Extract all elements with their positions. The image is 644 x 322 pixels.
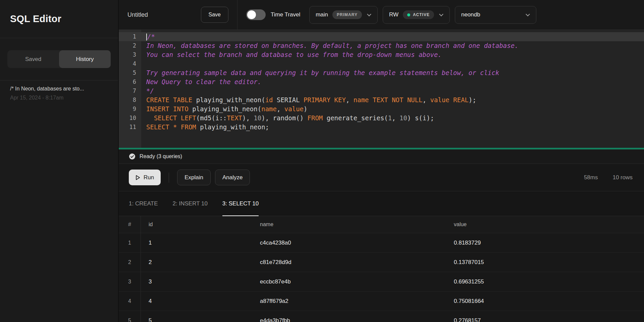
table-cell: e4da3b7fbb (252, 311, 446, 322)
table-row: 44a87ff679a20.75081664 (119, 291, 644, 311)
top-bar: Untitled Save Time Travel main PRIMARY R… (119, 0, 644, 30)
code-segment-kw: LEFT (181, 114, 196, 122)
result-tab[interactable]: 2: INSERT 10 (173, 191, 208, 216)
editor-lines: 1/*2In Neon, databases are stored on bra… (119, 32, 644, 132)
editor-line[interactable]: 2In Neon, databases are stored on branch… (119, 41, 644, 50)
history-list: /* In Neon, databases are sto...Apr 15, … (0, 80, 118, 106)
code-segment-kw: * (173, 123, 177, 131)
table-cell: 2 (119, 253, 141, 272)
editor-line[interactable]: 8CREATE TABLE playing_with_neon(id SERIA… (119, 95, 644, 105)
toolbar-divider (169, 173, 169, 183)
editor-line[interactable]: 7*/ (119, 86, 644, 95)
compute-select[interactable]: RW ACTIVE (383, 6, 450, 24)
explain-button[interactable]: Explain (177, 170, 211, 185)
compute-name: RW (389, 11, 398, 18)
code-segment-plain: (md5(i:: (196, 114, 227, 122)
line-code: SELECT * FROM playing_with_neon; (141, 123, 269, 132)
code-segment-kw: CREATE TABLE (146, 96, 192, 104)
code-segment-comment: /* (147, 33, 155, 40)
code-segment-plain: generate_series( (323, 114, 388, 122)
code-segment-plain: , (423, 96, 430, 104)
results-table: #idnamevalue 11c4ca4238a00.818372922c81e… (119, 216, 644, 322)
save-button[interactable]: Save (201, 7, 228, 23)
table-header-row: #idnamevalue (119, 216, 644, 233)
editor-line[interactable]: 3You can select the branch and database … (119, 50, 644, 59)
line-code: New Query to clear the editor. (141, 77, 261, 86)
code-segment-kw: SELECT (154, 114, 177, 122)
table-cell: 5 (141, 311, 252, 322)
code-segment-plain: ) s(i); (407, 114, 434, 122)
code-segment-kw: REAL (453, 96, 469, 104)
code-segment-num: 10 (399, 114, 407, 122)
sidebar-tab-saved[interactable]: Saved (7, 50, 59, 68)
table-cell: c4ca4238a0 (252, 233, 446, 252)
run-button-label: Run (144, 174, 154, 181)
line-code: /* (141, 32, 155, 41)
page-title: SQL Editor (10, 13, 61, 24)
line-code: INSERT INTO playing_with_neon(name, valu… (141, 105, 308, 114)
editor-line[interactable]: 9INSERT INTO playing_with_neon(name, val… (119, 105, 644, 114)
code-segment-comment: New Query to clear the editor. (146, 78, 261, 85)
code-segment-kw: SELECT (146, 123, 169, 131)
query-duration: 58ms (584, 174, 598, 181)
table-cell: 5 (119, 311, 141, 322)
table-cell: 0.69631255 (446, 272, 644, 291)
table-header-cell: name (252, 216, 446, 233)
sidebar-tab-list: SavedHistory (7, 50, 111, 68)
editor-line[interactable]: 6New Query to clear the editor. (119, 77, 644, 86)
database-name: neondb (461, 11, 480, 18)
code-segment-comment: In Neon, databases are stored on branche… (146, 42, 519, 49)
table-cell: c81e728d9d (252, 253, 446, 272)
line-number: 9 (119, 105, 141, 114)
database-select[interactable]: neondb (455, 6, 536, 24)
table-cell: eccbc87e4b (252, 272, 446, 291)
query-header: Untitled Save (119, 0, 237, 29)
table-cell: 4 (119, 292, 141, 311)
sidebar-tab-history[interactable]: History (59, 50, 111, 68)
chevron-down-icon (367, 12, 371, 16)
code-segment-kw: INSERT INTO (146, 105, 189, 113)
line-code: CREATE TABLE playing_with_neon(id SERIAL… (141, 95, 476, 105)
line-number: 5 (119, 68, 141, 77)
analyze-button[interactable]: Analyze (215, 170, 250, 185)
table-row: 11c4ca4238a00.8183729 (119, 233, 644, 252)
table-cell: 4 (141, 292, 252, 311)
editor-line[interactable]: 1/* (119, 32, 644, 41)
table-row: 22c81e728d9d0.13787015 (119, 252, 644, 272)
line-number: 1 (119, 32, 141, 41)
code-segment-plain: playing_with_neon( (189, 105, 261, 113)
code-segment-plain (369, 96, 373, 104)
line-number: 10 (119, 114, 141, 123)
line-number: 11 (119, 123, 141, 132)
toggle-knob-icon (247, 10, 256, 19)
line-number: 4 (119, 59, 141, 68)
result-tab[interactable]: 1: CREATE (129, 191, 158, 216)
code-segment-comment: */ (146, 87, 154, 94)
code-segment-plain: ), random() (261, 114, 307, 122)
time-travel-toggle[interactable] (246, 9, 266, 20)
code-segment-kw: FROM (308, 114, 323, 122)
result-tab[interactable]: 3: SELECT 10 (222, 191, 259, 216)
editor-line[interactable]: 10 SELECT LEFT(md5(i::TEXT), 10), random… (119, 114, 644, 123)
run-button[interactable]: Run (129, 170, 161, 185)
code-segment-plain: playing_with_neon; (196, 123, 269, 131)
editor-line[interactable]: 11SELECT * FROM playing_with_neon; (119, 123, 644, 132)
table-cell: a87ff679a2 (252, 292, 446, 311)
sql-code-editor[interactable]: 1/*2In Neon, databases are stored on bra… (119, 30, 644, 149)
active-dot-icon (407, 13, 410, 16)
table-cell: 2 (141, 253, 252, 272)
code-segment-plain: ), (242, 114, 254, 122)
code-segment-kw: TEXT NOT NULL (373, 96, 423, 104)
editor-line[interactable]: 4 (119, 59, 644, 68)
connection-bar: Time Travel main PRIMARY RW ACTIVE neond… (237, 0, 644, 29)
line-code (141, 59, 146, 68)
code-segment-kw: PRIMARY KEY (304, 96, 346, 104)
table-cell: 0.8183729 (446, 233, 644, 252)
branch-select[interactable]: main PRIMARY (309, 6, 378, 24)
branch-name: main (316, 11, 328, 18)
editor-line[interactable]: 5Try generating sample data and querying… (119, 68, 644, 77)
line-code: In Neon, databases are stored on branche… (141, 41, 519, 50)
code-segment-plain (177, 123, 181, 131)
history-item[interactable]: /* In Neon, databases are sto...Apr 15, … (0, 80, 118, 106)
code-segment-plain: ) (304, 105, 307, 113)
